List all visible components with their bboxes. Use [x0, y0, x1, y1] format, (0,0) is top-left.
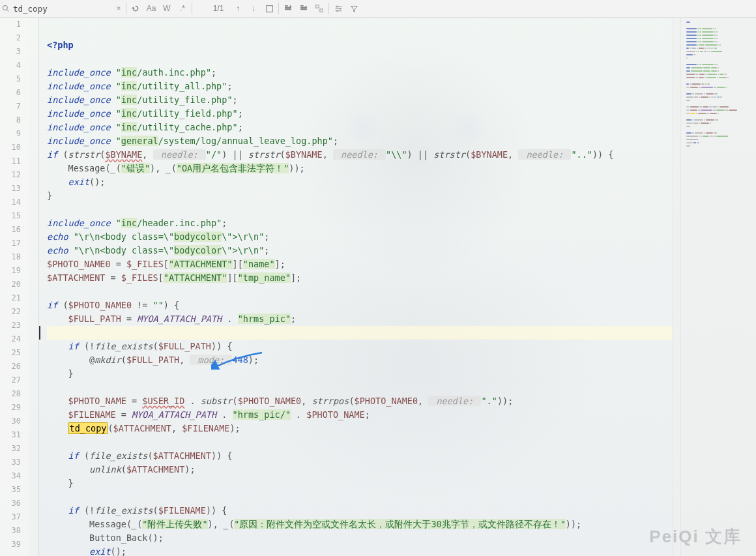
line-number: 10: [0, 141, 21, 154]
line-number: 7: [0, 100, 21, 113]
line-number: 12: [0, 168, 21, 182]
code-line[interactable]: [47, 203, 673, 216]
line-number: 11: [0, 154, 21, 168]
code-line[interactable]: [47, 285, 673, 299]
line-number: 21: [0, 291, 21, 305]
code-line[interactable]: if (strstr($BYNAME, needle: "/") || strs…: [47, 148, 673, 162]
svg-rect-3: [316, 5, 319, 8]
line-number: 35: [0, 483, 21, 497]
prev-match-icon[interactable]: ↑: [230, 1, 246, 16]
svg-rect-2: [266, 5, 272, 12]
code-line[interactable]: $PHOTO_NAME = $USER_ID . substr($PHOTO_N…: [47, 394, 673, 408]
filter-icon[interactable]: [346, 1, 362, 16]
select-occurrences-icon[interactable]: [312, 1, 327, 16]
code-line[interactable]: unlink($ATTACHMENT);: [47, 463, 673, 476]
line-number: 33: [0, 456, 21, 469]
code-line[interactable]: [47, 326, 673, 340]
find-input[interactable]: td_copy: [12, 4, 113, 14]
svg-point-0: [3, 6, 8, 10]
svg-line-1: [7, 10, 9, 12]
line-number: 15: [0, 209, 21, 223]
line-number: 34: [0, 469, 21, 483]
search-icon: [0, 5, 12, 12]
history-icon[interactable]: [128, 1, 143, 16]
next-match-icon[interactable]: ↓: [246, 1, 261, 16]
line-number: 22: [0, 305, 21, 319]
code-line[interactable]: Message(_("错误"), _("OA用户名包含非法字符！"));: [47, 162, 673, 175]
clear-search-icon[interactable]: ×: [113, 4, 124, 13]
line-number: 39: [0, 538, 21, 551]
line-number: 24: [0, 332, 21, 346]
code-line[interactable]: }: [47, 367, 673, 381]
code-line[interactable]: if ($PHOTO_NAME0 != "") {: [47, 299, 673, 312]
whole-word-button[interactable]: W: [159, 1, 175, 16]
line-number: 31: [0, 428, 21, 442]
code-line[interactable]: exit();: [47, 545, 673, 556]
code-line[interactable]: $FULL_PATH = MYOA_ATTACH_PATH . "hrms_pi…: [47, 312, 673, 326]
code-line[interactable]: exit();: [47, 175, 673, 189]
fold-gutter[interactable]: [29, 18, 39, 556]
line-number: 38: [0, 524, 21, 538]
code-line[interactable]: }: [47, 189, 673, 203]
minimap[interactable]: [680, 18, 756, 556]
code-line[interactable]: if (file_exists($ATTACHMENT)) {: [47, 449, 673, 463]
code-line[interactable]: $PHOTO_NAME0 = $_FILES["ATTACHMENT"]["na…: [47, 257, 673, 271]
line-number: 16: [0, 223, 21, 237]
line-number: 29: [0, 401, 21, 415]
code-line[interactable]: [47, 435, 673, 449]
code-line[interactable]: [47, 490, 673, 504]
line-number: 30: [0, 415, 21, 428]
line-number: 13: [0, 182, 21, 196]
vertical-scrollbar[interactable]: [673, 18, 680, 556]
line-number: 17: [0, 237, 21, 250]
code-line[interactable]: @mkdir($FULL_PATH, mode: 448);: [47, 353, 673, 367]
add-selection-icon[interactable]: [280, 1, 296, 16]
regex-button[interactable]: .*: [175, 1, 190, 16]
line-number: 14: [0, 196, 21, 209]
code-line[interactable]: echo "\r\n<body class=\"bodycolor\">\r\n…: [47, 230, 673, 244]
line-number: 1: [0, 18, 21, 31]
line-number: 4: [0, 59, 21, 72]
settings-icon[interactable]: [330, 1, 346, 16]
line-number: 6: [0, 86, 21, 100]
line-number: 23: [0, 319, 21, 332]
code-line[interactable]: Button_Back();: [47, 531, 673, 545]
code-line[interactable]: include_once "inc/utility_field.php";: [47, 107, 673, 121]
code-line[interactable]: include_once "inc/utility_file.php";: [47, 93, 673, 107]
line-number: 5: [0, 72, 21, 86]
code-area[interactable]: <?phpinclude_once "inc/auth.inc.php";inc…: [39, 18, 673, 556]
code-line[interactable]: include_once "general/system/log/annual_…: [47, 134, 673, 148]
remove-selection-icon[interactable]: [296, 1, 312, 16]
line-number: 28: [0, 387, 21, 401]
find-toolbar: td_copy × Aa W .* 1/1 ↑ ↓: [0, 0, 756, 18]
code-line[interactable]: Message(_("附件上传失败"), _("原因：附件文件为空或文件名太长，…: [47, 518, 673, 531]
code-line[interactable]: $ATTACHMENT = $_FILES["ATTACHMENT"]["tmp…: [47, 271, 673, 285]
code-line[interactable]: include_once "inc/auth.inc.php";: [47, 66, 673, 80]
line-number: 2: [0, 31, 21, 45]
code-line[interactable]: include_once "inc/header.inc.php";: [47, 216, 673, 230]
match-count: 1/1: [207, 4, 230, 13]
line-number: 37: [0, 510, 21, 524]
code-line[interactable]: $FILENAME = MYOA_ATTACH_PATH . "hrms_pic…: [47, 408, 673, 422]
code-line[interactable]: if (!file_exists($FILENAME)) {: [47, 504, 673, 518]
line-number: 3: [0, 45, 21, 59]
code-line[interactable]: include_once "inc/utility_all.php";: [47, 80, 673, 93]
code-line[interactable]: td_copy($ATTACHMENT, $FILENAME);: [47, 422, 673, 435]
code-line[interactable]: <?php: [47, 38, 673, 52]
line-number: 8: [0, 113, 21, 127]
line-number: 19: [0, 264, 21, 278]
code-line[interactable]: }: [47, 476, 673, 490]
code-editor[interactable]: 1234567891011121314151617181920212223242…: [0, 18, 756, 556]
line-number: 27: [0, 373, 21, 387]
code-line[interactable]: if (!file_exists($FULL_PATH)) {: [47, 340, 673, 353]
line-number: 25: [0, 346, 21, 360]
code-line[interactable]: [47, 381, 673, 394]
code-line[interactable]: [47, 52, 673, 66]
line-number: 32: [0, 442, 21, 456]
code-line[interactable]: include_once "inc/utility_cache.php";: [47, 121, 673, 134]
match-case-button[interactable]: Aa: [143, 1, 159, 16]
select-all-icon[interactable]: [261, 1, 277, 16]
line-number: 18: [0, 250, 21, 264]
code-line[interactable]: echo "\r\n<body class=\"bodycolor\">\r\n…: [47, 244, 673, 257]
line-number: 26: [0, 360, 21, 373]
